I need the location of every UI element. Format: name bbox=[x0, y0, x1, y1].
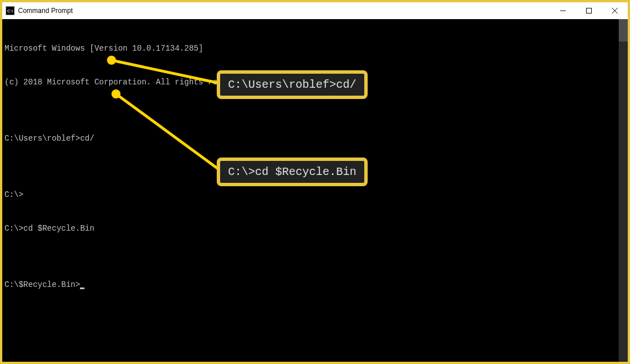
minimize-button[interactable] bbox=[550, 2, 576, 19]
terminal-line: Microsoft Windows [Version 10.0.17134.28… bbox=[5, 43, 625, 54]
cursor bbox=[80, 287, 84, 289]
terminal-line: C:\>cd $Recycle.Bin bbox=[5, 223, 625, 234]
svg-rect-1 bbox=[587, 8, 592, 14]
close-button[interactable] bbox=[602, 2, 628, 19]
callout-box-2: C:\>cd $Recycle.Bin bbox=[217, 158, 368, 186]
titlebar: C:\ Command Prompt bbox=[2, 2, 628, 19]
window-controls bbox=[550, 2, 628, 19]
scrollbar[interactable] bbox=[619, 19, 628, 362]
terminal-line: C:\> bbox=[5, 189, 625, 200]
scrollbar-thumb[interactable] bbox=[619, 19, 628, 42]
terminal-prompt-line: C:\$Recycle.Bin> bbox=[5, 279, 625, 290]
callout-dot-2 bbox=[111, 89, 120, 98]
callout-box-1: C:\Users\roblef>cd/ bbox=[217, 70, 368, 99]
terminal-line: C:\Users\roblef>cd/ bbox=[5, 133, 625, 144]
cmd-icon: C:\ bbox=[6, 6, 15, 15]
callout-dot-1 bbox=[107, 56, 116, 65]
window-title: Command Prompt bbox=[18, 7, 73, 15]
maximize-button[interactable] bbox=[576, 2, 602, 19]
